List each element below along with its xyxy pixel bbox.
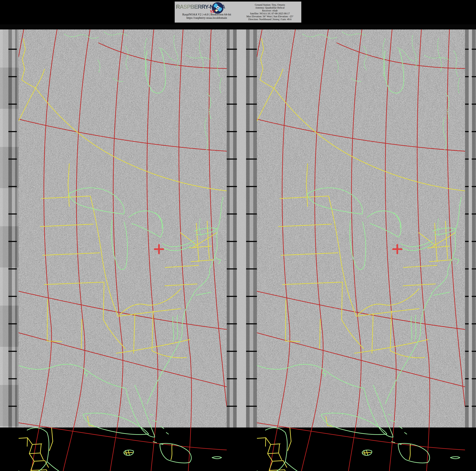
- info-line-antenna: Antenna: Quadrafilar Helical: [238, 6, 301, 9]
- map-overlay-channel-a: [19, 30, 227, 471]
- info-line-satellite: Satellite: NOAA 18 | 07-08-2025 00:17: [238, 12, 301, 15]
- signal-start-band: [0, 24, 476, 30]
- branding-block: RASPBERRY-NOAA V2 RaspiNOAA V2 | v4.0 | …: [175, 1, 238, 23]
- capture-info: Ground Station: Tiny, Ontario Antenna: Q…: [238, 1, 301, 23]
- raspberry-noaa-logo: RASPBERRY-NOAA V2: [175, 2, 238, 14]
- station-meta: RaspiNOAA V2 | v4.0 | Bookworm 64-bit ht…: [176, 13, 237, 19]
- info-line-ground-station: Ground Station: Tiny, Ontario: [238, 3, 301, 6]
- software-version-text: RaspiNOAA V2 | v4.0 | Bookworm 64-bit: [176, 13, 237, 16]
- info-line-receiver: Receiver: rtlsdr: [238, 9, 301, 12]
- noaa-capture-page: { "header": { "logo": { "wordmark": "RAS…: [0, 0, 476, 471]
- info-line-direction: Direction: Northbound | histeq | Gain: 4…: [238, 18, 301, 21]
- info-line-elevation: Max Elevation: 56° West | Sun Elevation:…: [238, 15, 301, 18]
- station-url: https://raspberry-noaa.localdomain: [176, 16, 237, 19]
- header-banner: RASPBERRY-NOAA V2 RaspiNOAA V2 | v4.0 | …: [175, 1, 301, 23]
- map-overlay-channel-b: [257, 30, 465, 471]
